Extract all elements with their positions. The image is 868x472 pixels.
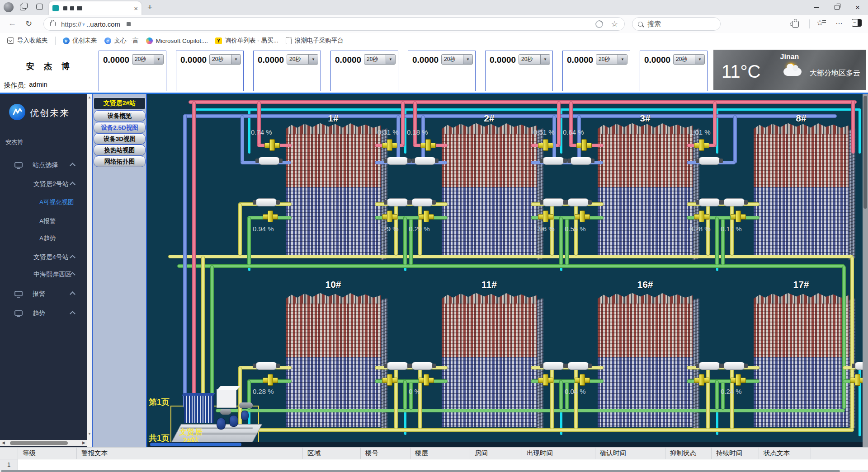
scroll-left-icon[interactable]: ◀ [2,440,5,445]
table-column-header: 区域 [303,448,361,459]
interval-dropdown[interactable]: 20秒 ▼ [132,54,164,65]
window-close-button[interactable]: × [847,0,868,15]
sidebar-item[interactable]: 站点选择 [0,159,87,172]
scroll-down-icon[interactable]: ▼ [88,432,91,436]
sidebar-hscrollbar[interactable]: ◀ ▶ [0,440,87,446]
settings-menu-icon[interactable]: … [835,18,843,26]
station-menu-button[interactable]: 网络拓扑图 [94,156,146,167]
sidebar-vscrollbar[interactable]: ▲ ▼ [87,94,93,447]
sidebar-item[interactable]: 报警 [0,287,87,301]
sidebar-item-label: A可视化视图 [39,198,74,206]
scroll-thumb[interactable] [10,441,68,445]
sidebar-item[interactable]: 文贤居2号站 [0,178,87,191]
pipe-yellow [201,256,205,407]
flow-meter-icon [570,157,592,165]
extensions-icon[interactable] [792,21,799,28]
valve-icon [538,210,553,222]
interval-dropdown[interactable]: 20秒 ▼ [441,54,473,65]
window-minimize-button[interactable] [806,0,826,15]
dropdown-arrow-icon[interactable]: ▼ [386,55,395,64]
scroll-up-icon[interactable]: ▲ [88,95,91,99]
scroll-thumb[interactable] [863,96,867,209]
metric-value: 0.0000 [180,55,207,65]
table-column-header: 警报文本 [77,448,303,459]
browser-profile-avatar-icon[interactable] [4,2,14,12]
sidebar-toggle-icon[interactable]: ← [852,19,862,27]
pipe-green [842,266,846,409]
dropdown-arrow-icon[interactable]: ▼ [540,55,550,64]
pipe-green [403,217,407,265]
table-column-header: 状态文本 [759,448,811,459]
bookmark-item[interactable]: Microsoft Copilot:... [146,37,208,44]
bookmark-item[interactable]: v优创未来 [63,37,97,45]
interval-dropdown[interactable]: 20秒 ▼ [364,54,396,65]
station-menu-button[interactable]: 设备3D视图 [94,133,146,145]
scroll-thumb[interactable] [1,470,840,472]
interval-dropdown[interactable]: 20秒 ▼ [596,54,627,65]
interval-value: 20秒 [210,56,231,63]
sidebar-item[interactable]: A趋势 [0,232,87,245]
scroll-right-icon[interactable]: ▶ [82,440,85,445]
operator-value[interactable]: admin [29,80,92,90]
tab-close-icon[interactable]: × [134,5,138,12]
station-menu-button[interactable]: 设备概览 [94,110,146,122]
sidebar-item[interactable]: 文贤居4号站 [0,251,87,264]
dropdown-arrow-icon[interactable]: ▼ [618,55,627,64]
interval-dropdown[interactable]: 20秒 ▼ [519,54,550,65]
percent-label: 0.17 % [721,225,742,233]
dropdown-arrow-icon[interactable]: ▼ [154,55,163,64]
valve-icon [382,139,397,151]
page-vscrollbar[interactable] [863,94,868,447]
metric-box: 0.0000 20秒 ▼ [485,51,553,91]
browser-assist-icon[interactable] [594,19,604,29]
valve-icon [538,139,553,151]
metric-value: 0.0000 [258,55,284,65]
bottom-scrollbar[interactable] [0,470,868,472]
new-tab-button[interactable]: + [147,2,152,12]
bookmark-item[interactable]: c文心一言 [104,37,139,45]
sidebar-item[interactable]: 中海熙岸西区 [0,268,87,281]
refresh-icon[interactable]: ↻ [25,19,32,28]
favorites-hub-icon[interactable]: ☆ [816,18,823,28]
scroll-thumb[interactable] [150,443,241,446]
tab-title-glyph [63,6,67,10]
sidebar-item[interactable]: A可视化视图 [0,196,87,209]
bookmark-item[interactable]: Y询价单列表 - 易买... [215,37,278,45]
percent-label: 0.24 % [721,388,742,395]
address-bar[interactable]: https:// ..uarto.com ☆ [43,17,625,31]
bookmark-item[interactable]: 浪潮电子采购平台 [286,37,344,45]
percent-label: 1.29 % [377,225,399,233]
sidebar-item[interactable]: 趋势 [0,307,87,320]
search-box[interactable]: 搜索 [632,17,721,31]
flow-meter-icon [414,157,436,165]
browser-toolbar: ← ↻ https:// ..uarto.com ☆ 搜索 7 ☆ … ← [0,15,868,33]
pipe-blue [183,114,837,118]
flow-meter-icon [411,362,433,370]
dropdown-arrow-icon[interactable]: ▼ [463,55,472,64]
tab-groups-icon[interactable] [20,5,26,10]
percent-label: 0.74 % [251,128,272,136]
dropdown-arrow-icon[interactable]: ▼ [695,55,704,64]
flow-meter-icon [567,362,589,370]
bookmark-item[interactable]: 导入收藏夹 [7,37,48,45]
interval-dropdown[interactable]: 20秒 ▼ [287,54,318,65]
station-menu-button[interactable]: 设备2.5D视图 [94,122,146,133]
metric-box: 0.0000 20秒 ▼ [253,51,321,91]
interval-dropdown[interactable]: 20秒 ▼ [673,54,705,65]
valve-icon [419,374,434,386]
workspace-icon[interactable] [36,4,43,10]
sidebar-item[interactable]: A报警 [0,215,87,228]
main-hscrollbar[interactable] [148,442,863,447]
alarm-table-row[interactable]: 1 [0,459,868,470]
interval-dropdown[interactable]: 20秒 ▼ [209,54,241,65]
station-menu-button[interactable]: 换热站视图 [94,145,146,156]
dropdown-arrow-icon[interactable]: ▼ [308,55,318,64]
active-tab[interactable]: × [49,1,142,15]
back-icon[interactable]: ← [8,19,16,28]
bookmark-label: 询价单列表 - 易买... [225,37,278,45]
valve-icon [382,374,397,386]
dropdown-arrow-icon[interactable]: ▼ [231,55,241,64]
window-restore-button[interactable] [826,0,847,15]
favorite-star-icon[interactable]: ☆ [611,19,618,29]
flow-meter-icon [542,198,564,206]
